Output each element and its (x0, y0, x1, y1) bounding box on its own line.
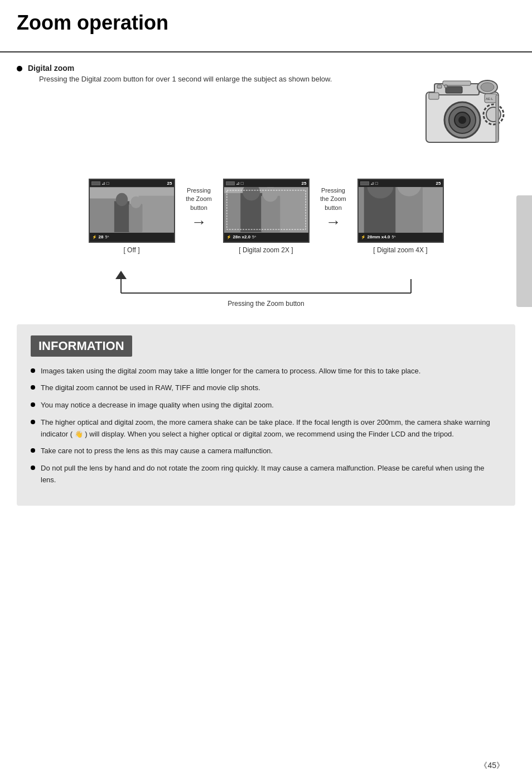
info-bullet-text-4: The higher optical and digital zoom, the… (41, 417, 501, 440)
vf-hud-bottom-2x: ⚡ 28n x2.0 5^ (224, 233, 308, 242)
pressing-zoom-bottom-label: Pressing the Zoom button (228, 300, 304, 308)
battery-icon (91, 181, 100, 185)
page-number: 《45》 (480, 761, 504, 771)
bottom-icon-4x: ⚡ (361, 235, 366, 239)
vf-hud-bottom-4x: ⚡ 28mm x4.0 5^ (359, 233, 443, 242)
vf-icons-off: ⊿ □ (91, 181, 109, 186)
couple-svg-4x (359, 187, 443, 233)
vf-main-2x (224, 187, 308, 233)
svg-point-25 (130, 196, 141, 208)
bracket-container: Pressing the Zoom button (93, 268, 439, 308)
shot-count-2x: 25 (302, 181, 307, 186)
zoom-step-2x: ⊿ □ 25 (223, 179, 309, 254)
mode-icon: ⊿ □ (101, 181, 109, 186)
svg-point-8 (458, 116, 466, 124)
info-bullet-dot-4 (31, 420, 35, 424)
arrow-right-2: → (326, 214, 341, 230)
vf-hud-top-2x: ⊿ □ 25 (224, 180, 308, 187)
bottom-icon-2x: ⚡ (226, 235, 231, 239)
content-area: Digital zoom Pressing the Digital zoom b… (0, 52, 532, 162)
zoom-mm-4x: 28mm x4.0 (367, 234, 390, 239)
zoom-mm-2x: 28n x2.0 (233, 234, 251, 239)
info-bullet-3: You may notice a decrease in image quali… (31, 400, 501, 411)
viewfinder-2x: ⊿ □ 25 (223, 179, 309, 243)
shot-count-off: 25 (167, 181, 172, 186)
svg-marker-41 (115, 271, 127, 279)
mode-icon-2x: ⊿ □ (236, 181, 244, 186)
info-bullet-1: Images taken using the digital zoom may … (31, 366, 501, 377)
zoom-step-off: ⊿ □ 25 (89, 179, 175, 254)
svg-rect-9 (446, 87, 462, 93)
bottom-icon-off: ⚡ (92, 235, 97, 239)
information-header: INFORMATION (31, 335, 132, 357)
extra-icon-off: 5^ (105, 235, 109, 239)
svg-rect-21 (138, 195, 173, 232)
vf-main-4x (359, 187, 443, 233)
pressing-label-2: Pressingthe Zoombutton (314, 186, 353, 212)
page-title: Zoom operation (17, 11, 510, 35)
arrow-container-2: Pressingthe Zoombutton → (309, 186, 357, 230)
svg-point-23 (115, 193, 127, 205)
info-bullet-dot-3 (31, 402, 35, 407)
vf-icons-2x: ⊿ □ (226, 181, 244, 186)
extra-icon-4x: 5^ (391, 235, 395, 239)
bullet-dot (17, 66, 22, 71)
zoom-mm-off: 28 (99, 234, 104, 239)
info-bullet-dot-1 (31, 368, 35, 373)
vf-hud-top-off: ⊿ □ 25 (90, 180, 174, 187)
couple-svg-off (90, 187, 174, 233)
info-bullet-6: Do not pull the lens by hand and do not … (31, 463, 501, 486)
digital-zoom-label: Digital zoom (28, 64, 332, 73)
arrow-container-1: Pressingthe Zoombutton → (175, 186, 223, 230)
info-bullet-dot-5 (31, 448, 35, 453)
battery-icon-2x (226, 181, 235, 185)
bracket-svg (93, 268, 439, 299)
info-bullet-2: The digital zoom cannot be used in RAW, … (31, 382, 501, 394)
svg-rect-17 (429, 93, 439, 99)
pressing-label-1: Pressingthe Zoombutton (180, 186, 219, 212)
digital-zoom-description: Pressing the Digital zoom button for ove… (39, 74, 332, 85)
zoom-label-4x: [ Digital zoom 4X ] (373, 246, 427, 254)
info-bullet-text-3: You may notice a decrease in image quali… (41, 400, 501, 411)
vf-hud-top-4x: ⊿ □ 25 (359, 180, 443, 187)
extra-icon-2x: 5^ (252, 235, 256, 239)
info-bullet-dot-2 (31, 385, 35, 390)
page-container: Zoom operation Digital zoom Pressing the… (0, 0, 532, 782)
bottom-bracket-area: Pressing the Zoom button (0, 265, 532, 313)
info-bullet-4: The higher optical and digital zoom, the… (31, 417, 501, 440)
vf-hud-bottom-off: ⚡ 28 5^ (90, 233, 174, 242)
zoom-step-4x: ⊿ □ 25 (357, 179, 444, 254)
zoom-label-off: [ Off ] (123, 246, 139, 254)
vf-main-off (90, 187, 174, 233)
svg-point-32 (263, 187, 278, 202)
viewfinder-4x: ⊿ □ 25 (357, 179, 444, 243)
couple-svg-2x (224, 187, 308, 233)
svg-rect-16 (444, 85, 447, 88)
zoom-diagram: ⊿ □ 25 (0, 167, 532, 265)
viewfinder-off: ⊿ □ 25 (89, 179, 175, 243)
battery-icon-4x (360, 181, 369, 185)
mode-icon-4x: ⊿ □ (370, 181, 378, 186)
info-bullet-5: Take care not to press the lens as this … (31, 445, 501, 457)
information-section: INFORMATION Images taken using the digit… (17, 324, 515, 506)
svg-point-4 (481, 83, 494, 92)
camera-icon: AE-L (415, 73, 510, 151)
svg-rect-15 (437, 85, 442, 88)
zoom-label-2x: [ Digital zoom 2X ] (239, 246, 293, 254)
info-bullet-text-1: Images taken using the digital zoom may … (41, 366, 501, 377)
arrow-right-1: → (191, 214, 207, 230)
vf-icons-4x: ⊿ □ (360, 181, 378, 186)
info-bullet-text-6: Do not pull the lens by hand and do not … (41, 463, 501, 486)
info-bullet-text-5: Take care not to press the lens as this … (41, 445, 501, 457)
header-section: Zoom operation (0, 0, 532, 52)
svg-text:AE-L: AE-L (486, 97, 494, 100)
info-bullet-text-2: The digital zoom cannot be used in RAW, … (41, 382, 501, 394)
svg-rect-14 (496, 95, 499, 142)
info-bullet-dot-6 (31, 466, 35, 470)
shot-count-4x: 25 (436, 181, 441, 186)
